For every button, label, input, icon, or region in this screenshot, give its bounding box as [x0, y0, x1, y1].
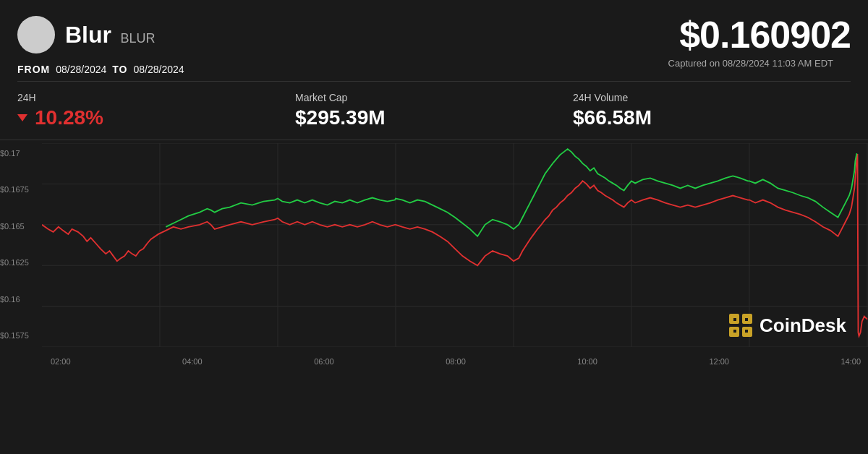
x-label-6: 12:00 — [709, 357, 729, 366]
svg-rect-18 — [745, 318, 748, 321]
coin-info: Blur BLUR — [17, 16, 155, 53]
stat-market-cap-value: $295.39M — [295, 106, 573, 129]
header: Blur BLUR $0.160902 — [0, 0, 868, 64]
coindesk-text: CoinDesk — [760, 314, 846, 337]
from-label: FROM — [17, 64, 50, 75]
coin-name: Blur — [65, 22, 111, 48]
down-arrow-icon — [17, 114, 27, 121]
to-date: 08/28/2024 — [134, 64, 184, 75]
stat-24h-change: 24H 10.28% — [17, 92, 295, 129]
stats-bar: 24H 10.28% Market Cap $295.39M 24H Volum… — [0, 82, 868, 140]
captured-text: Captured on 08/28/2024 11:03 AM EDT — [668, 58, 833, 69]
y-label-1: $0.17 — [0, 149, 43, 158]
y-label-4: $0.1625 — [0, 258, 43, 267]
coin-name-container: Blur BLUR — [65, 22, 155, 48]
from-date: 08/28/2024 — [56, 64, 106, 75]
y-label-5: $0.16 — [0, 295, 43, 304]
stat-24h-value: 10.28% — [17, 106, 295, 129]
y-label-2: $0.1675 — [0, 185, 43, 194]
y-label-3: $0.165 — [0, 222, 43, 231]
svg-rect-20 — [745, 330, 748, 333]
change-percent: 10.28% — [35, 106, 103, 129]
x-axis: 02:00 04:00 06:00 08:00 10:00 12:00 14:0… — [43, 357, 868, 366]
x-label-2: 04:00 — [182, 357, 203, 366]
x-label-5: 10:00 — [577, 357, 597, 366]
stat-volume-value: $66.58M — [573, 106, 851, 129]
to-label: TO — [112, 64, 127, 75]
svg-rect-19 — [733, 330, 736, 333]
x-label-3: 06:00 — [314, 357, 334, 366]
x-label-4: 08:00 — [446, 357, 466, 366]
coindesk-logo: CoinDesk — [728, 312, 846, 338]
stat-market-cap: Market Cap $295.39M — [295, 92, 573, 129]
green-line-segment — [166, 149, 856, 236]
price-display: $0.160902 — [679, 13, 851, 56]
chart-area: $0.17 $0.1675 $0.165 $0.1625 $0.16 $0.15… — [0, 143, 868, 367]
stat-24h-label: 24H — [17, 92, 295, 103]
coindesk-icon — [728, 312, 754, 338]
date-range: FROM 08/28/2024 TO 08/28/2024 — [17, 64, 184, 75]
captured-info: Captured on 08/28/2024 11:03 AM EDT — [668, 58, 851, 69]
stat-volume-label: 24H Volume — [573, 92, 851, 103]
red-line-segment — [42, 154, 867, 336]
x-label-7: 14:00 — [841, 357, 861, 366]
svg-rect-17 — [733, 318, 736, 321]
stat-market-cap-label: Market Cap — [295, 92, 573, 103]
coin-logo — [17, 16, 55, 53]
coin-ticker: BLUR — [120, 31, 155, 46]
y-label-6: $0.1575 — [0, 331, 43, 340]
y-axis: $0.17 $0.1675 $0.165 $0.1625 $0.16 $0.15… — [0, 143, 43, 346]
x-label-1: 02:00 — [51, 357, 71, 366]
stat-volume: 24H Volume $66.58M — [573, 92, 851, 129]
